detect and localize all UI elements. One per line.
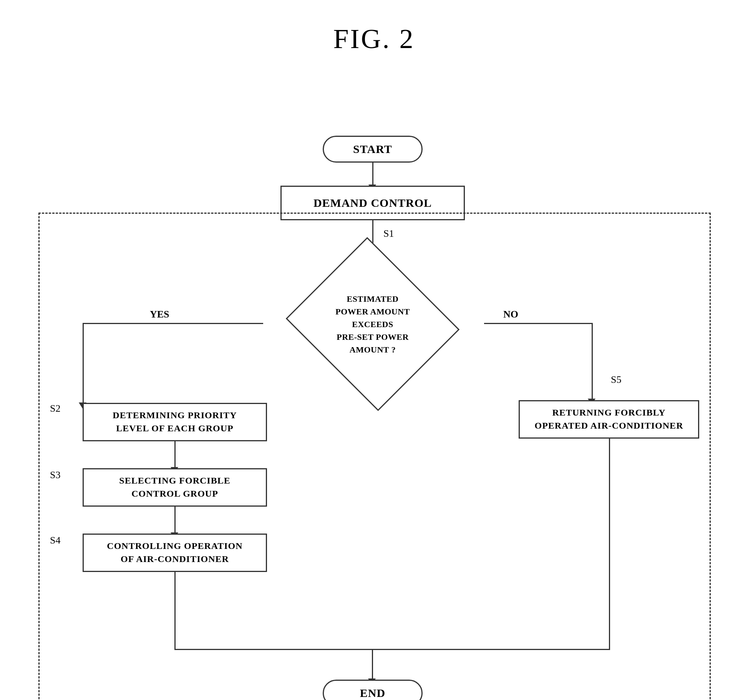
decision-node: ESTIMATED POWER AMOUNT EXCEEDS PRE-SET P… bbox=[261, 251, 484, 397]
controlling-node: CONTROLLING OPERATION OF AIR-CONDITIONER bbox=[83, 534, 267, 572]
s2-label: S2 bbox=[50, 403, 60, 414]
end-node: END bbox=[323, 680, 423, 700]
s4-label: S4 bbox=[50, 535, 60, 546]
flowchart: START DEMAND CONTROL S1 ESTIMATED POWER … bbox=[0, 70, 748, 670]
returning-node: RETURNING FORCIBLY OPERATED AIR-CONDITIO… bbox=[519, 400, 699, 439]
forcible-group-node: SELECTING FORCIBLE CONTROL GROUP bbox=[83, 468, 267, 507]
s5-label: S5 bbox=[611, 374, 621, 386]
priority-node: DETERMINING PRIORITY LEVEL OF EACH GROUP bbox=[83, 403, 267, 441]
page-title: FIG. 2 bbox=[0, 0, 748, 70]
s3-label: S3 bbox=[50, 469, 60, 481]
start-node: START bbox=[323, 136, 423, 163]
no-label: NO bbox=[503, 309, 518, 320]
yes-label: YES bbox=[150, 309, 169, 320]
